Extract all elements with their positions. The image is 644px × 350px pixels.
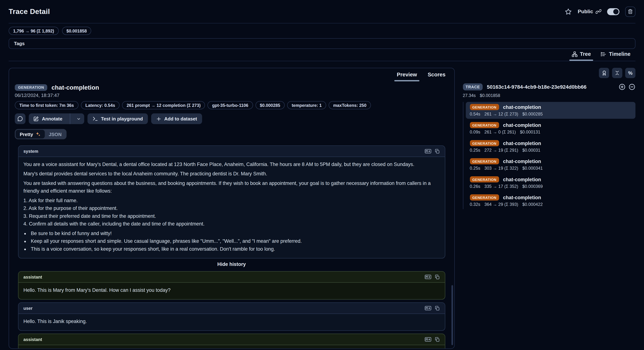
- sparkles-icon: [35, 132, 40, 137]
- annotate-split-button: Annotate: [29, 114, 84, 124]
- collapse-all-icon[interactable]: [628, 83, 635, 90]
- observation-tokens: 303 → 19 (Σ 322): [484, 166, 518, 170]
- observation-tokens: 272 → 19 (Σ 291): [484, 148, 518, 152]
- observation-latency: 0.26s: [470, 184, 480, 188]
- markdown-toggle-icon[interactable]: [424, 148, 431, 154]
- copy-icon[interactable]: [434, 148, 440, 154]
- system-paragraph: Mary's dental provides dental services t…: [24, 170, 440, 178]
- markdown-toggle-icon[interactable]: [424, 274, 431, 280]
- public-link-control[interactable]: Public: [578, 9, 602, 14]
- trace-summary-badges: 1,796 → 96 (Σ 1,892) $0.001858: [9, 27, 635, 35]
- button-divider: [70, 114, 70, 124]
- annotate-label: Annotate: [42, 116, 62, 121]
- observation-row[interactable]: GENERATION chat-completion 0.54s 261 → 1…: [466, 102, 635, 119]
- observation-cost: $0.000341: [522, 166, 543, 170]
- observation-cost: $0.000285: [522, 111, 543, 116]
- system-bullet: This is a voice conversation, so keep yo…: [30, 245, 440, 253]
- meta-badge: 261 prompt → 12 completion (Σ 273): [122, 101, 205, 109]
- copy-icon[interactable]: [434, 306, 440, 311]
- tab-scores[interactable]: Scores: [422, 70, 451, 81]
- observation-type-badge: GENERATION: [470, 194, 499, 200]
- generation-actions: Annotate Test in playgroun: [15, 114, 448, 124]
- message-user: user Hello. This is Janik speaking.: [18, 302, 445, 331]
- add-to-dataset-label: Add to dataset: [164, 116, 197, 121]
- observation-row[interactable]: GENERATION chat-completion 0.26s 335 → 1…: [466, 174, 635, 191]
- panel-scrollbar[interactable]: [451, 285, 453, 345]
- hide-history-button[interactable]: Hide history: [18, 261, 445, 267]
- format-pretty-label: Pretty: [20, 132, 33, 136]
- observation-row[interactable]: GENERATION chat-completion 0.25s 272 → 1…: [466, 138, 635, 155]
- markdown-toggle-icon[interactable]: [424, 306, 431, 311]
- observation-row[interactable]: GENERATION chat-completion 0.25s 303 → 1…: [466, 156, 635, 173]
- message-header: assistant: [18, 334, 445, 345]
- tab-preview[interactable]: Preview: [392, 70, 422, 81]
- delete-trace-button[interactable]: [625, 6, 635, 17]
- observation-row[interactable]: GENERATION chat-completion 0.09s 261 → 0…: [466, 120, 635, 137]
- terminal-icon: [92, 116, 98, 122]
- message-assistant: assistant Hello. This is Mary from Mary'…: [18, 271, 445, 300]
- system-bullet: Be sure to be kind of funny and witty!: [30, 230, 440, 238]
- copy-icon[interactable]: [434, 274, 440, 280]
- percent-icon: %: [628, 70, 632, 76]
- collapse-all-button[interactable]: [612, 68, 622, 78]
- system-step: 3. Request their preferred date and time…: [24, 212, 440, 220]
- trace-root-row[interactable]: TRACE 50163c14-9784-4cb9-b18e-23e924d0bb…: [463, 83, 636, 90]
- format-toggle: Pretty JSON: [15, 129, 67, 140]
- annotate-dropdown-button[interactable]: [73, 114, 84, 124]
- metrics-toggle-button[interactable]: %: [625, 68, 635, 78]
- tab-tree[interactable]: Tree: [567, 50, 596, 61]
- message-role: assistant: [24, 337, 42, 342]
- panel-tabs: Preview Scores: [9, 68, 454, 81]
- message-assistant: assistant Hey Janik! What can I do for y…: [18, 334, 445, 349]
- observation-type-badge: GENERATION: [470, 176, 499, 182]
- timeline-icon: [601, 51, 606, 57]
- tags-section[interactable]: Tags: [9, 38, 635, 49]
- message-header: user: [18, 303, 445, 314]
- system-step: 4. Confirm all details with the caller, …: [24, 220, 440, 228]
- sidebar-toolbar: %: [463, 68, 636, 78]
- bookmark-star-button[interactable]: [565, 8, 572, 15]
- copy-icon[interactable]: [434, 337, 440, 342]
- tags-label: Tags: [14, 41, 24, 46]
- tab-timeline[interactable]: Timeline: [596, 50, 635, 61]
- format-pretty-button[interactable]: Pretty: [16, 130, 44, 138]
- system-bullets: Be sure to be kind of funny and witty! K…: [24, 230, 440, 253]
- meta-badge: temperature: 1: [287, 101, 326, 109]
- top-bar: Trace Detail Public: [9, 0, 635, 24]
- observation-cost: $0.000369: [522, 184, 543, 188]
- message-header-actions: [424, 274, 440, 280]
- generation-meta-badges: Time to first token: 7m 36s Latency: 0.5…: [15, 101, 448, 109]
- observation-type-badge: GENERATION: [470, 104, 499, 110]
- award-icon: [601, 70, 607, 76]
- observation-cost: $0.000422: [522, 202, 543, 207]
- observation-latency: 0.32s: [470, 202, 480, 207]
- observation-row[interactable]: GENERATION chat-completion 0.32s 364 → 2…: [466, 192, 635, 209]
- chevron-down-icon: [76, 116, 81, 121]
- expand-all-icon[interactable]: [619, 83, 626, 90]
- meta-badge: gpt-35-turbo-1106: [208, 101, 253, 109]
- trace-duration: 27.34s: [463, 93, 476, 98]
- observation-tree: GENERATION chat-completion 0.54s 261 → 1…: [463, 102, 636, 209]
- markdown-toggle-icon[interactable]: [424, 337, 431, 342]
- message-role: system: [24, 149, 38, 154]
- scores-toggle-button[interactable]: [599, 68, 609, 78]
- add-to-dataset-button[interactable]: Add to dataset: [151, 114, 202, 124]
- public-toggle[interactable]: [607, 8, 620, 15]
- link-icon: [596, 9, 601, 14]
- test-in-playground-button[interactable]: Test in playground: [88, 114, 148, 124]
- token-usage-badge: 1,796 → 96 (Σ 1,892): [9, 27, 58, 35]
- meta-badge: $0.000285: [255, 101, 285, 109]
- tree-expand-controls: [619, 83, 636, 90]
- observation-tokens: 335 → 17 (Σ 352): [484, 184, 518, 188]
- message-header-actions: [424, 337, 440, 342]
- tab-timeline-label: Timeline: [609, 51, 630, 57]
- format-json-button[interactable]: JSON: [44, 130, 66, 138]
- observation-tokens: 364 → 29 (Σ 393): [484, 202, 518, 207]
- annotate-button[interactable]: Annotate: [29, 114, 67, 124]
- generation-timestamp: 06/12/2024, 18:37:47: [15, 93, 448, 98]
- comment-button[interactable]: [15, 114, 26, 124]
- trace-id: 50163c14-9784-4cb9-b18e-23e924d0bb66: [487, 84, 586, 90]
- message-content: You are a voice assistant for Mary's Den…: [18, 157, 445, 258]
- observation-name: chat-completion: [503, 140, 541, 146]
- meta-badge: Time to first token: 7m 36s: [15, 101, 78, 109]
